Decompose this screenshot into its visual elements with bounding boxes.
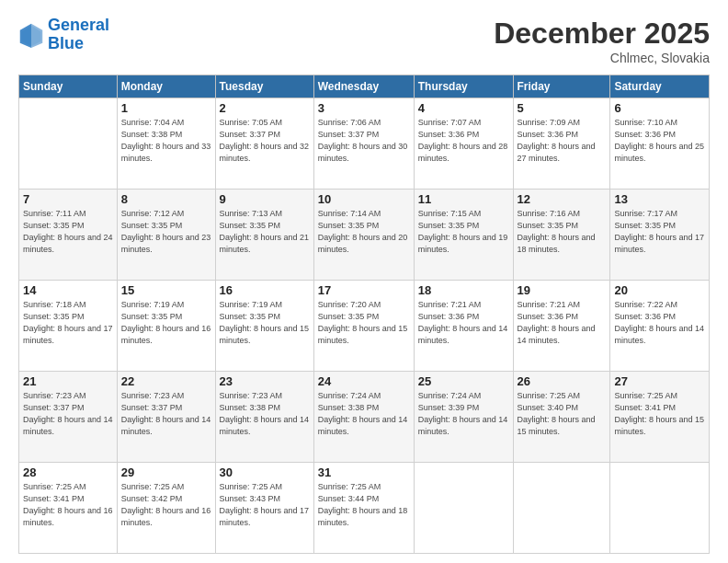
calendar-day-cell: 27Sunrise: 7:25 AMSunset: 3:41 PMDayligh…: [610, 372, 710, 463]
logo-icon: [18, 22, 44, 48]
calendar-day-cell: 17Sunrise: 7:20 AMSunset: 3:35 PMDayligh…: [313, 281, 414, 372]
calendar-day-cell: 20Sunrise: 7:22 AMSunset: 3:36 PMDayligh…: [610, 281, 710, 372]
calendar-day-cell: 23Sunrise: 7:23 AMSunset: 3:38 PMDayligh…: [215, 372, 313, 463]
calendar-week-row: 21Sunrise: 7:23 AMSunset: 3:37 PMDayligh…: [19, 372, 710, 463]
weekday-header-row: SundayMondayTuesdayWednesdayThursdayFrid…: [19, 75, 710, 98]
calendar-day-cell: 5Sunrise: 7:09 AMSunset: 3:36 PMDaylight…: [513, 98, 610, 190]
day-number: 13: [614, 192, 705, 206]
day-info: Sunrise: 7:23 AMSunset: 3:37 PMDaylight:…: [23, 390, 113, 438]
weekday-header-cell: Friday: [513, 75, 610, 98]
day-info: Sunrise: 7:25 AMSunset: 3:41 PMDaylight:…: [23, 481, 113, 529]
calendar-day-cell: [414, 463, 513, 554]
day-info: Sunrise: 7:21 AMSunset: 3:36 PMDaylight:…: [418, 299, 509, 347]
calendar-table: SundayMondayTuesdayWednesdayThursdayFrid…: [18, 75, 710, 554]
day-info: Sunrise: 7:06 AMSunset: 3:37 PMDaylight:…: [318, 117, 410, 165]
day-number: 12: [518, 192, 607, 206]
day-info: Sunrise: 7:25 AMSunset: 3:40 PMDaylight:…: [518, 390, 607, 438]
day-info: Sunrise: 7:14 AMSunset: 3:35 PMDaylight:…: [318, 208, 410, 256]
day-info: Sunrise: 7:25 AMSunset: 3:44 PMDaylight:…: [318, 481, 410, 529]
weekday-header-cell: Tuesday: [215, 75, 313, 98]
day-number: 15: [121, 283, 211, 297]
day-number: 10: [318, 192, 410, 206]
calendar-day-cell: [513, 463, 610, 554]
day-info: Sunrise: 7:10 AMSunset: 3:36 PMDaylight:…: [614, 117, 705, 165]
day-info: Sunrise: 7:19 AMSunset: 3:35 PMDaylight:…: [121, 299, 211, 347]
day-number: 16: [220, 283, 310, 297]
day-number: 1: [121, 101, 211, 115]
calendar-day-cell: 28Sunrise: 7:25 AMSunset: 3:41 PMDayligh…: [19, 463, 118, 554]
day-number: 14: [23, 283, 113, 297]
day-number: 25: [418, 374, 509, 388]
calendar-body: 1Sunrise: 7:04 AMSunset: 3:38 PMDaylight…: [19, 98, 710, 554]
calendar-week-row: 7Sunrise: 7:11 AMSunset: 3:35 PMDaylight…: [19, 190, 710, 281]
svg-marker-1: [31, 24, 42, 48]
day-info: Sunrise: 7:07 AMSunset: 3:36 PMDaylight:…: [418, 117, 509, 165]
day-number: 8: [121, 192, 211, 206]
weekday-header-cell: Sunday: [19, 75, 118, 98]
page: General Blue December 2025 Chlmec, Slova…: [0, 0, 728, 563]
day-info: Sunrise: 7:13 AMSunset: 3:35 PMDaylight:…: [220, 208, 310, 256]
title-block: December 2025 Chlmec, Slovakia: [494, 17, 710, 65]
day-info: Sunrise: 7:20 AMSunset: 3:35 PMDaylight:…: [318, 299, 410, 347]
day-number: 17: [318, 283, 410, 297]
calendar-day-cell: [19, 98, 118, 190]
day-number: 9: [220, 192, 310, 206]
calendar-week-row: 28Sunrise: 7:25 AMSunset: 3:41 PMDayligh…: [19, 463, 710, 554]
day-info: Sunrise: 7:05 AMSunset: 3:37 PMDaylight:…: [220, 117, 310, 165]
day-number: 19: [518, 283, 607, 297]
day-info: Sunrise: 7:09 AMSunset: 3:36 PMDaylight:…: [518, 117, 607, 165]
weekday-header-cell: Thursday: [414, 75, 513, 98]
calendar-day-cell: 4Sunrise: 7:07 AMSunset: 3:36 PMDaylight…: [414, 98, 513, 190]
calendar-day-cell: 10Sunrise: 7:14 AMSunset: 3:35 PMDayligh…: [313, 190, 414, 281]
logo: General Blue: [18, 17, 109, 53]
calendar-day-cell: 21Sunrise: 7:23 AMSunset: 3:37 PMDayligh…: [19, 372, 118, 463]
calendar-day-cell: 13Sunrise: 7:17 AMSunset: 3:35 PMDayligh…: [610, 190, 710, 281]
calendar-day-cell: 12Sunrise: 7:16 AMSunset: 3:35 PMDayligh…: [513, 190, 610, 281]
day-number: 29: [121, 465, 211, 479]
day-number: 20: [614, 283, 705, 297]
day-info: Sunrise: 7:17 AMSunset: 3:35 PMDaylight:…: [614, 208, 705, 256]
day-number: 28: [23, 465, 113, 479]
calendar-week-row: 1Sunrise: 7:04 AMSunset: 3:38 PMDaylight…: [19, 98, 710, 190]
calendar-day-cell: 11Sunrise: 7:15 AMSunset: 3:35 PMDayligh…: [414, 190, 513, 281]
calendar-day-cell: 18Sunrise: 7:21 AMSunset: 3:36 PMDayligh…: [414, 281, 513, 372]
calendar-week-row: 14Sunrise: 7:18 AMSunset: 3:35 PMDayligh…: [19, 281, 710, 372]
weekday-header-cell: Monday: [117, 75, 215, 98]
logo-general: General: [48, 16, 109, 34]
day-info: Sunrise: 7:25 AMSunset: 3:43 PMDaylight:…: [220, 481, 310, 529]
calendar-day-cell: 8Sunrise: 7:12 AMSunset: 3:35 PMDaylight…: [117, 190, 215, 281]
weekday-header-cell: Wednesday: [313, 75, 414, 98]
day-info: Sunrise: 7:11 AMSunset: 3:35 PMDaylight:…: [23, 208, 113, 256]
calendar-day-cell: 3Sunrise: 7:06 AMSunset: 3:37 PMDaylight…: [313, 98, 414, 190]
day-info: Sunrise: 7:21 AMSunset: 3:36 PMDaylight:…: [518, 299, 607, 347]
calendar-day-cell: 30Sunrise: 7:25 AMSunset: 3:43 PMDayligh…: [215, 463, 313, 554]
calendar-day-cell: 9Sunrise: 7:13 AMSunset: 3:35 PMDaylight…: [215, 190, 313, 281]
calendar-day-cell: 15Sunrise: 7:19 AMSunset: 3:35 PMDayligh…: [117, 281, 215, 372]
month-year: December 2025: [494, 17, 710, 51]
svg-marker-2: [20, 24, 31, 48]
day-info: Sunrise: 7:18 AMSunset: 3:35 PMDaylight:…: [23, 299, 113, 347]
day-number: 6: [614, 101, 705, 115]
calendar-day-cell: 29Sunrise: 7:25 AMSunset: 3:42 PMDayligh…: [117, 463, 215, 554]
day-info: Sunrise: 7:24 AMSunset: 3:39 PMDaylight:…: [418, 390, 509, 438]
day-info: Sunrise: 7:25 AMSunset: 3:41 PMDaylight:…: [614, 390, 705, 438]
calendar-day-cell: 6Sunrise: 7:10 AMSunset: 3:36 PMDaylight…: [610, 98, 710, 190]
day-info: Sunrise: 7:25 AMSunset: 3:42 PMDaylight:…: [121, 481, 211, 529]
day-number: 31: [318, 465, 410, 479]
location: Chlmec, Slovakia: [494, 51, 710, 65]
calendar-day-cell: 19Sunrise: 7:21 AMSunset: 3:36 PMDayligh…: [513, 281, 610, 372]
day-number: 2: [220, 101, 310, 115]
calendar-day-cell: 7Sunrise: 7:11 AMSunset: 3:35 PMDaylight…: [19, 190, 118, 281]
day-number: 3: [318, 101, 410, 115]
day-info: Sunrise: 7:19 AMSunset: 3:35 PMDaylight:…: [220, 299, 310, 347]
calendar-day-cell: 14Sunrise: 7:18 AMSunset: 3:35 PMDayligh…: [19, 281, 118, 372]
day-number: 21: [23, 374, 113, 388]
calendar-day-cell: 26Sunrise: 7:25 AMSunset: 3:40 PMDayligh…: [513, 372, 610, 463]
calendar-day-cell: 25Sunrise: 7:24 AMSunset: 3:39 PMDayligh…: [414, 372, 513, 463]
day-number: 24: [318, 374, 410, 388]
day-info: Sunrise: 7:23 AMSunset: 3:37 PMDaylight:…: [121, 390, 211, 438]
day-number: 11: [418, 192, 509, 206]
day-number: 27: [614, 374, 705, 388]
calendar-day-cell: 16Sunrise: 7:19 AMSunset: 3:35 PMDayligh…: [215, 281, 313, 372]
logo-blue: Blue: [48, 34, 84, 52]
